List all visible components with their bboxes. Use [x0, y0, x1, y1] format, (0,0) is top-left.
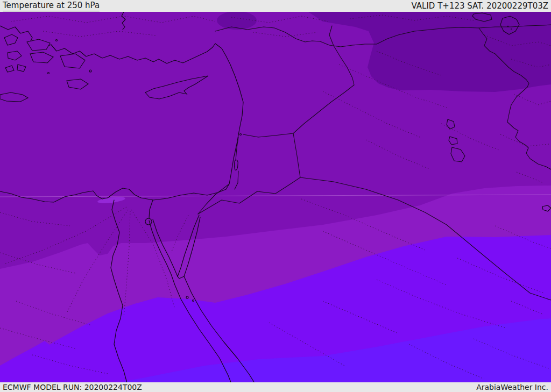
temperature-map [0, 0, 551, 392]
footer-bar: ECMWF MODEL RUN: 20200224T00Z ArabiaWeat… [0, 382, 551, 392]
header-bar: Temperature at 250 hPa VALID T+123 SAT. … [0, 0, 551, 12]
credit-label: ArabiaWeather Inc. [476, 383, 548, 391]
red-sea-island [193, 300, 194, 302]
red-sea-island [186, 296, 188, 298]
weather-map-window: Temperature at 250 hPa VALID T+123 SAT. … [0, 0, 551, 392]
valid-time-label: VALID T+123 SAT. 20200229T03Z [412, 1, 548, 11]
model-run-label: ECMWF MODEL RUN: 20200224T00Z [3, 383, 142, 391]
map-title: Temperature at 250 hPa [3, 1, 100, 11]
band-dark-purple-patch [217, 11, 257, 30]
urmia-island [511, 28, 512, 30]
